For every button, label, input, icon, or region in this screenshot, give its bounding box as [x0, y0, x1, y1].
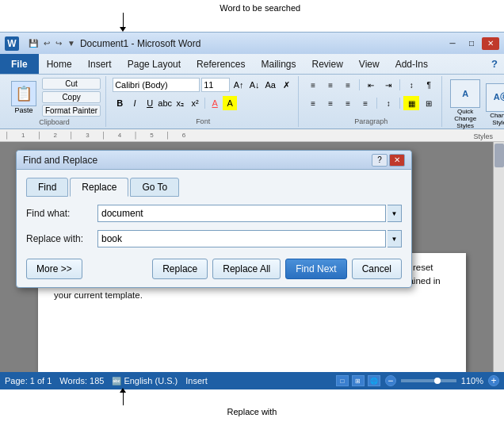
cut-button[interactable]: Cut [42, 78, 101, 90]
increase-indent-button[interactable]: ⇥ [380, 78, 396, 92]
decrease-indent-button[interactable]: ⇤ [363, 78, 379, 92]
zoom-plus-button[interactable]: + [488, 375, 499, 386]
dialog-help-button[interactable]: ? [372, 154, 388, 167]
vertical-scrollbar[interactable] [493, 142, 504, 372]
para-row2: ≡ ≡ ≡ ≡ ↕ ▦ ⊞ [305, 96, 437, 110]
find-next-button[interactable]: Find Next [285, 259, 346, 279]
replace-input-wrap: ▼ [97, 230, 402, 247]
font-name-input[interactable] [113, 78, 200, 92]
find-what-input[interactable] [97, 205, 386, 222]
language-indicator: 🔤 English (U.S.) [112, 376, 178, 386]
find-dropdown-button[interactable]: ▼ [388, 205, 402, 222]
print-layout-icon[interactable]: □ [336, 375, 349, 386]
insert-mode: Insert [185, 376, 208, 386]
view-tab[interactable]: View [351, 54, 388, 74]
scrollbar-thumb[interactable] [494, 144, 504, 167]
file-tab[interactable]: File [0, 54, 39, 74]
quick-styles-button[interactable]: A QuickChangeStyles [449, 78, 482, 131]
close-button[interactable]: ✕ [482, 37, 499, 50]
subscript-button[interactable]: x₂ [173, 96, 187, 110]
cancel-button[interactable]: Cancel [352, 259, 402, 279]
page-info: Page: 1 of 1 [5, 376, 52, 386]
more-button[interactable]: More >> [26, 259, 82, 279]
font-size-input[interactable] [201, 78, 230, 92]
font-label: Font [113, 116, 293, 125]
show-formatting-button[interactable]: ¶ [421, 78, 437, 92]
zoom-minus-button[interactable]: − [385, 375, 396, 386]
replace-dropdown-button[interactable]: ▼ [388, 230, 402, 247]
paste-label: Paste [14, 106, 32, 114]
paste-button[interactable]: 📋 Paste [8, 79, 40, 116]
tab-find[interactable]: Find [26, 178, 68, 197]
qa-undo[interactable]: ↩ [42, 38, 52, 48]
sort-button[interactable]: ↕ [403, 78, 419, 92]
change-styles-button[interactable]: Aⓐ ChangeStyles [484, 82, 504, 128]
paragraph-label: Paragraph [305, 116, 437, 125]
format-painter-button[interactable]: Format Painter [42, 105, 101, 117]
replace-all-button[interactable]: Replace All [212, 259, 281, 279]
shrink-font-button[interactable]: A↓ [247, 78, 262, 92]
align-left-button[interactable]: ≡ [305, 96, 321, 110]
grow-font-button[interactable]: A↑ [231, 78, 246, 92]
highlight-button[interactable]: A [223, 96, 237, 110]
separator5 [399, 98, 400, 109]
annotation-arrow-down [123, 13, 124, 29]
word-count: Words: 185 [59, 376, 104, 386]
qa-save[interactable]: 💾 [27, 38, 40, 48]
separator3 [399, 79, 400, 90]
review-tab[interactable]: Review [304, 54, 350, 74]
bullets-button[interactable]: ≡ [305, 78, 321, 92]
annotation-bottom: Replace with [0, 389, 504, 420]
align-center-button[interactable]: ≡ [323, 96, 338, 110]
font-row1: A↑ A↓ Aa ✗ [113, 78, 293, 92]
page-layout-tab[interactable]: Page Layout [120, 54, 189, 74]
bold-button[interactable]: B [113, 96, 127, 110]
insert-tab[interactable]: Insert [80, 54, 120, 74]
styles-label: Styles [449, 131, 504, 140]
qa-redo[interactable]: ↪ [54, 38, 63, 48]
window-title: Document1 - Microsoft Word [80, 38, 201, 49]
numbering-button[interactable]: ≡ [323, 78, 338, 92]
help-icon[interactable]: ? [485, 54, 504, 74]
clipboard-group: 📋 Paste Cut Copy Format Painter Clipboar… [3, 76, 106, 127]
maximize-button[interactable]: □ [463, 37, 480, 50]
minimize-button[interactable]: ─ [444, 37, 461, 50]
annotation-arrowhead-up [120, 388, 126, 393]
shading-button[interactable]: ▦ [403, 96, 419, 110]
add-ins-tab[interactable]: Add-Ins [388, 54, 436, 74]
qa-menu[interactable]: ▼ [66, 38, 77, 48]
find-input-wrap: ▼ [97, 205, 402, 222]
copy-button[interactable]: Copy [42, 91, 101, 103]
italic-button[interactable]: I [128, 96, 142, 110]
mailings-tab[interactable]: Mailings [253, 54, 304, 74]
quick-access-toolbar: 💾 ↩ ↪ ▼ [27, 38, 77, 48]
underline-button[interactable]: U [143, 96, 157, 110]
strikethrough-button[interactable]: abc [158, 96, 172, 110]
tab-goto[interactable]: Go To [130, 178, 179, 197]
zoom-thumb[interactable] [434, 378, 441, 384]
web-layout-icon[interactable]: 🌐 [368, 375, 380, 386]
clear-format-button[interactable]: ✗ [279, 78, 293, 92]
annotation-arrowhead-down [120, 27, 126, 32]
dialog-close-button[interactable]: ✕ [389, 154, 405, 167]
align-right-button[interactable]: ≡ [340, 96, 356, 110]
superscript-button[interactable]: x² [188, 96, 202, 110]
status-bar: Page: 1 of 1 Words: 185 🔤 English (U.S.)… [0, 372, 504, 389]
multilevel-list-button[interactable]: ≡ [340, 78, 356, 92]
replace-button[interactable]: Replace [152, 259, 208, 279]
change-styles-icon: Aⓐ [486, 83, 504, 112]
change-case-button[interactable]: Aa [263, 78, 277, 92]
full-screen-icon[interactable]: ⊞ [352, 375, 365, 386]
tab-replace[interactable]: Replace [70, 178, 128, 197]
line-spacing-button[interactable]: ↕ [380, 96, 396, 110]
home-tab[interactable]: Home [39, 54, 80, 74]
font-color-button[interactable]: A [208, 96, 222, 110]
ruler: │ 1 │ 2 │ 3 │ 4 │ 5 │ 6 [0, 129, 504, 142]
zoom-slider[interactable] [401, 379, 456, 382]
border-button[interactable]: ⊞ [421, 96, 437, 110]
references-tab[interactable]: References [189, 54, 253, 74]
zoom-level: 110% [461, 376, 483, 386]
paragraph-content: ≡ ≡ ≡ ⇤ ⇥ ↕ ¶ ≡ ≡ ≡ ≡ ↕ [305, 78, 437, 116]
justify-button[interactable]: ≡ [357, 96, 373, 110]
replace-with-input[interactable] [97, 230, 386, 247]
